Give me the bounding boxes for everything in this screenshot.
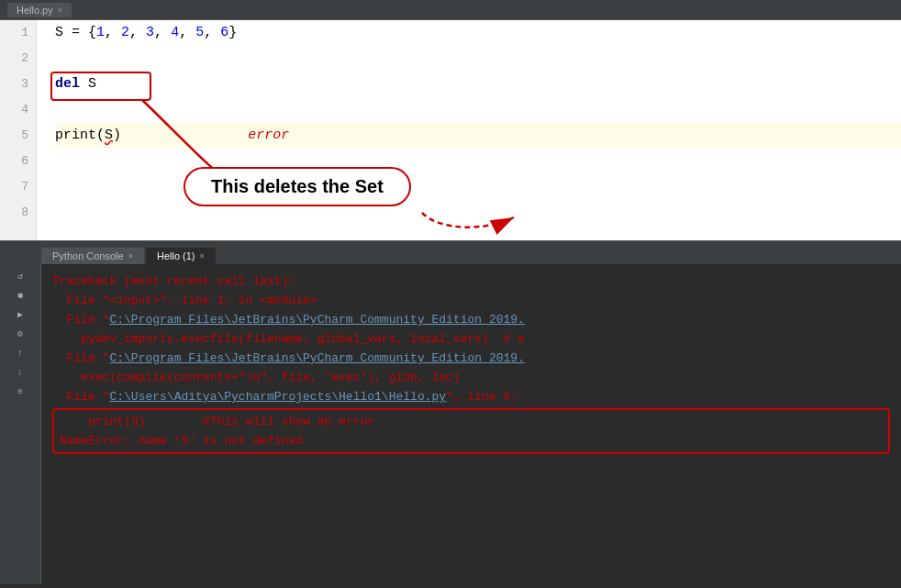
callout-text: This deletes the Set	[211, 176, 384, 196]
code-line-2	[55, 46, 901, 72]
line-num-8: 8	[0, 200, 28, 226]
title-bar: Hello.py ×	[0, 0, 901, 20]
error-highlight-box: print(S) #This will show an error NameEr…	[52, 408, 890, 454]
rerun-icon[interactable]: ↺	[12, 268, 28, 284]
code-line-7	[55, 174, 901, 200]
console-line-6: File "C:\Users\Aditya\PycharmProjects\He…	[52, 387, 890, 406]
code-line-1: S = {1, 2, 3, 4, 5, 6}	[55, 20, 901, 46]
line-num-2: 2	[0, 46, 28, 72]
editor-area: 1 2 3 4 5 6 7 8 S = {1, 2, 3, 4, 5, 6} d…	[0, 20, 901, 240]
console-link-1[interactable]: C:\Program Files\JetBrains\PyCharm Commu…	[109, 313, 524, 327]
line-num-7: 7	[0, 174, 28, 200]
code-line-5: print(S) error	[55, 123, 901, 149]
tab-python-console[interactable]: Python Console ×	[41, 248, 144, 264]
tab-label: Hello.py	[17, 5, 53, 16]
code-line-4	[55, 97, 901, 123]
line-num-3: 3	[0, 72, 28, 97]
code-content: S = {1, 2, 3, 4, 5, 6} del S print(S) er…	[37, 20, 901, 240]
console-output: Traceback (most recent call last): File …	[41, 264, 901, 584]
console-error-line-2: NameError: name 'S' is not defined	[60, 431, 883, 450]
console-line-1: File "<input>", line 1, in <module>	[52, 291, 890, 310]
console-wrapper: ↺ ■ ▶ ⚙ ↑ ↓ ≡ Traceback (most recent cal…	[0, 264, 901, 584]
code-line-3: del S	[55, 72, 901, 97]
console-link-2[interactable]: C:\Program Files\JetBrains\PyCharm Commu…	[109, 351, 524, 365]
tab-hello-1[interactable]: Hello (1) ×	[146, 248, 216, 264]
console-link-3[interactable]: C:\Users\Aditya\PycharmProjects\Hello1\H…	[109, 390, 446, 404]
line-num-1: 1	[0, 20, 28, 46]
console-line-5: exec(compile(contents+"\n", file, 'exec'…	[52, 368, 890, 387]
console-line-2: File "C:\Program Files\JetBrains\PyCharm…	[52, 310, 890, 329]
bottom-panel-tabs: Python Console × Hello (1) ×	[0, 240, 901, 264]
callout-bubble: This deletes the Set	[184, 167, 411, 206]
run-icon[interactable]: ▶	[12, 306, 28, 323]
line-numbers: 1 2 3 4 5 6 7 8	[0, 20, 37, 240]
settings-icon[interactable]: ⚙	[12, 326, 28, 342]
console-error-line-1: print(S) #This will show an error	[60, 412, 883, 431]
console-line-0: Traceback (most recent call last):	[52, 272, 890, 291]
left-gutter: ↺ ■ ▶ ⚙ ↑ ↓ ≡	[0, 264, 41, 584]
code-line-6	[55, 149, 901, 174]
bottom-section: Python Console × Hello (1) × ↺ ■ ▶ ⚙ ↑ ↓…	[0, 240, 901, 584]
line-num-5: 5	[0, 123, 28, 149]
down-icon[interactable]: ↓	[12, 364, 28, 381]
code-line-8	[55, 200, 901, 226]
stop-icon[interactable]: ■	[12, 287, 28, 304]
line-num-4: 4	[0, 97, 28, 123]
line-num-6: 6	[0, 149, 28, 174]
close-icon[interactable]: ×	[58, 6, 62, 15]
scroll-icon[interactable]: ≡	[12, 383, 28, 400]
console-line-3: pydev_imports.execfile(filename, global_…	[52, 329, 890, 349]
console-line-4: File "C:\Program Files\JetBrains\PyCharm…	[52, 349, 890, 368]
editor-tab[interactable]: Hello.py ×	[7, 3, 72, 17]
up-icon[interactable]: ↑	[12, 345, 28, 361]
